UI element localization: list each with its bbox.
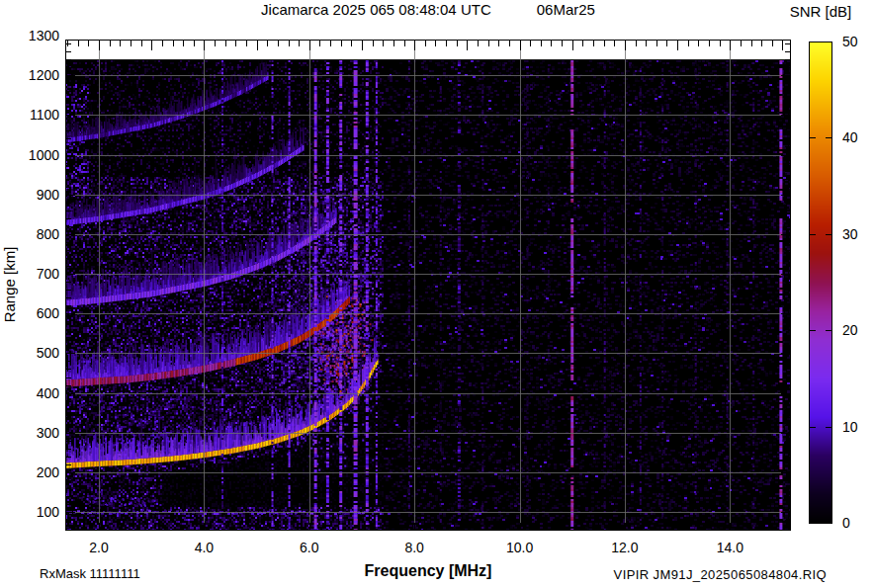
rxmask-text: RxMask 11111111 (40, 566, 140, 581)
x-tick-label: 6.0 (284, 539, 335, 556)
y-tick-label: 700 (8, 265, 59, 283)
y-tick-label: 500 (8, 344, 59, 362)
x-tick-label: 10.0 (494, 539, 546, 556)
plot-date: 06Mar25 (537, 1, 595, 21)
plot-title: Jicamarca 2025 065 08:48:04 UTC (261, 1, 491, 21)
y-tick-label: 800 (8, 225, 59, 243)
x-tick-label: 2.0 (73, 539, 125, 556)
colorbar-tick-label: 40 (842, 128, 874, 146)
y-tick-label: 1200 (8, 66, 59, 84)
ionogram-heatmap-canvas (65, 40, 791, 531)
y-axis-label: Range [km] (1, 225, 21, 344)
x-tick-label: 14.0 (704, 539, 755, 556)
y-tick-label: 100 (8, 503, 59, 521)
x-tick-label: 12.0 (599, 539, 651, 556)
colorbar-tick-label: 10 (842, 418, 874, 436)
y-tick-label: 600 (8, 304, 59, 322)
y-tick-label: 400 (8, 384, 59, 402)
x-tick-label: 4.0 (178, 539, 229, 556)
ionogram-figure: Jicamarca 2025 065 08:48:04 UTC 06Mar25 … (0, 0, 874, 588)
colorbar-tick-label: 20 (842, 321, 874, 339)
y-tick-label: 300 (8, 424, 59, 442)
colorbar-tick-label: 50 (842, 33, 874, 50)
file-id-text: VIPIR JM91J_2025065084804.RIQ (614, 567, 827, 582)
colorbar-title: SNR [dB] (771, 3, 870, 23)
y-tick-label: 1000 (8, 146, 59, 164)
colorbar-tick-label: 30 (842, 225, 874, 243)
y-tick-label: 1300 (8, 27, 59, 44)
y-tick-label: 200 (8, 463, 59, 481)
x-tick-label: 8.0 (389, 539, 440, 556)
title-row: Jicamarca 2025 065 08:48:04 UTC 06Mar25 (65, 1, 791, 21)
colorbar-tick-label: 0 (842, 514, 874, 532)
y-tick-label: 1100 (8, 106, 59, 124)
colorbar-gradient (809, 42, 832, 524)
y-tick-label: 900 (8, 186, 59, 204)
